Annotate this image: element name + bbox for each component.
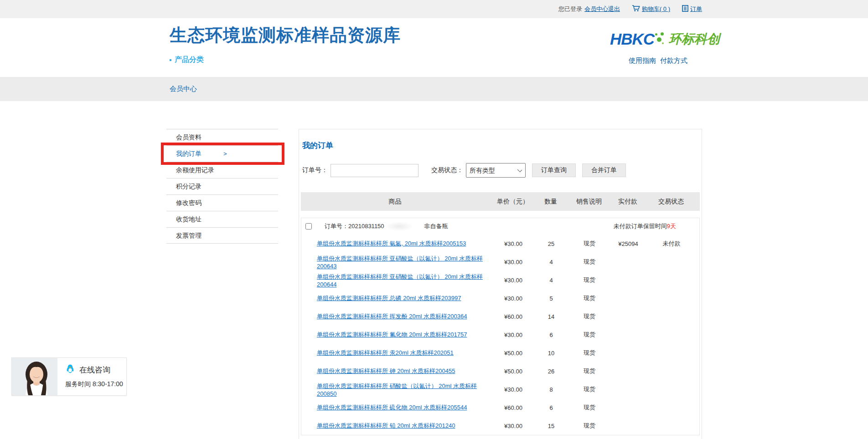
table-header-row: 商品 单价（元） 数量 销售说明 实付款 交易状态 bbox=[301, 192, 700, 211]
orders-link[interactable]: 订单 bbox=[690, 5, 702, 13]
merge-orders-button[interactable]: 合并订单 bbox=[582, 163, 626, 177]
product-link[interactable]: 单组份水质监测标样标样所 总磷 20ml 水质标样203997 bbox=[317, 295, 461, 301]
table-row: 单组份水质监测标样标样所 亚硝酸盐（以氮计） 20ml 水质标样200643 ¥… bbox=[301, 253, 699, 271]
sidebar-item[interactable]: 余额使用记录 bbox=[166, 162, 278, 178]
sale-note-cell: 现货 bbox=[565, 294, 614, 302]
order-search-button[interactable]: 订单查询 bbox=[532, 163, 576, 177]
product-link[interactable]: 单组份水质监测标样标样所 硝酸盐（以氮计） 20ml 水质标样200850 bbox=[317, 383, 477, 397]
product-link[interactable]: 单组份水质监测标样标样所 汞20ml 水质标样202051 bbox=[317, 349, 454, 356]
table-row: 单组份水质监测标样标样所 硝酸盐（以氮计） 20ml 水质标样200850 ¥3… bbox=[301, 380, 699, 398]
top-utility-bar: 您已登录 会员中心退出 购物车( 0 ) 订单 bbox=[0, 0, 868, 18]
chat-title: 在线咨询 bbox=[79, 365, 110, 375]
header-side-links: 使用指南 付款方式 bbox=[629, 56, 687, 65]
sale-note-cell: 现货 bbox=[565, 331, 614, 339]
table-row: 单组份水质监测标样标样所 汞20ml 水质标样202051 ¥50.00 10 … bbox=[301, 344, 699, 362]
redacted-blur bbox=[386, 222, 413, 231]
product-link[interactable]: 单组份水质监测标样标样所 挥发酚 20ml 水质标样200364 bbox=[317, 313, 467, 320]
cart-icon bbox=[632, 5, 640, 13]
sidebar-item[interactable]: 修改密码 bbox=[166, 194, 278, 211]
product-link[interactable]: 单组份水质监测标样标样所 亚硝酸盐（以氮计） 20ml 水质标样200643 bbox=[317, 255, 483, 270]
company-logo: HBKC 环标科创 bbox=[610, 30, 720, 48]
col-header-status: 交易状态 bbox=[642, 198, 700, 206]
sidebar-item[interactable]: 积分记录 bbox=[166, 178, 278, 194]
col-header-product: 商品 bbox=[301, 198, 489, 206]
sidebar-item[interactable]: 收货地址 bbox=[166, 211, 278, 227]
online-chat-widget[interactable]: 在线咨询 服务时间 8:30-17:00 bbox=[11, 357, 127, 396]
bottle-note: 非自备瓶 bbox=[424, 222, 448, 230]
price-cell: ¥50.00 bbox=[490, 350, 537, 357]
sale-note-cell: 现货 bbox=[565, 422, 614, 430]
chat-info: 在线咨询 服务时间 8:30-17:00 bbox=[57, 358, 123, 395]
nav-product-category[interactable]: 产品分类 bbox=[170, 55, 204, 65]
table-row: 单组份水质监测标样标样所 挥发酚 20ml 水质标样200364 ¥60.00 … bbox=[301, 307, 699, 326]
order-no-input[interactable] bbox=[331, 164, 418, 177]
breadcrumb[interactable]: 会员中心 bbox=[170, 85, 197, 93]
breadcrumb-band: 会员中心 bbox=[0, 77, 868, 101]
product-link[interactable]: 单组份水质监测标样标样所 氨氮, 20ml 水质标样2005153 bbox=[317, 240, 466, 247]
qty-cell: 8 bbox=[537, 386, 565, 393]
product-link[interactable]: 单组份水质监测标样标样所 砷 20ml 水质标样200455 bbox=[317, 368, 455, 374]
order-select-checkbox[interactable] bbox=[305, 223, 312, 230]
qty-cell: 25 bbox=[537, 240, 565, 247]
col-header-qty: 数量 bbox=[537, 198, 565, 206]
sidebar-item-label: 我的订单 bbox=[176, 150, 202, 157]
logo-dots-icon bbox=[654, 31, 666, 47]
sale-note-cell: 现货 bbox=[565, 276, 614, 284]
sale-note-cell: 现货 bbox=[565, 385, 614, 393]
member-center-link[interactable]: 会员中心 bbox=[584, 5, 608, 13]
payment-method-link[interactable]: 付款方式 bbox=[660, 56, 687, 65]
qty-cell: 10 bbox=[537, 350, 565, 357]
chat-hours: 服务时间 8:30-17:00 bbox=[65, 380, 123, 388]
logo-cn-text: 环标科创 bbox=[669, 31, 720, 48]
chevron-right-icon: > bbox=[223, 150, 227, 157]
sidebar-item-label: 会员资料 bbox=[176, 133, 202, 141]
table-row: 单组份水质监测标样标样所 砷 20ml 水质标样200455 ¥50.00 26… bbox=[301, 362, 699, 380]
sale-note-cell: 现货 bbox=[565, 240, 614, 248]
sale-note-cell: 现货 bbox=[565, 349, 614, 357]
price-cell: ¥30.00 bbox=[490, 277, 537, 284]
price-cell: ¥30.00 bbox=[490, 423, 537, 429]
sidebar-item[interactable]: 会员资料 bbox=[166, 129, 278, 145]
page-title: 我的订单 bbox=[302, 140, 700, 151]
qty-cell: 4 bbox=[537, 259, 565, 265]
status-cell: 未付款 bbox=[643, 240, 700, 248]
bullet-icon bbox=[170, 59, 171, 61]
main-nav: 产品分类 bbox=[170, 55, 361, 65]
price-cell: ¥30.00 bbox=[490, 386, 537, 393]
qty-cell: 14 bbox=[537, 313, 565, 320]
sidebar-item-label: 余额使用记录 bbox=[176, 166, 214, 174]
paid-cell: ¥25094 bbox=[614, 240, 643, 247]
table-row: 单组份水质监测标样标样所 铅 20ml 水质标样201240 ¥30.00 15… bbox=[301, 417, 699, 435]
col-header-paid: 实付款 bbox=[613, 198, 642, 206]
sale-note-cell: 现货 bbox=[565, 367, 614, 375]
price-cell: ¥30.00 bbox=[490, 295, 537, 302]
sidebar-item[interactable]: 我的订单> bbox=[166, 145, 278, 162]
order-header-row: 订单号：20210831150 非自备瓶 未付款订单保留时间9天 bbox=[301, 218, 699, 235]
col-header-sale-note: 销售说明 bbox=[565, 198, 613, 206]
product-link[interactable]: 单组份水质监测标样标样所 铅 20ml 水质标样201240 bbox=[317, 422, 455, 429]
status-select[interactable]: 所有类型 bbox=[466, 163, 526, 178]
orders-panel: 我的订单 订单号： 交易状态： 所有类型 订单查询 合并订单 商品 单价（元） … bbox=[299, 129, 702, 439]
qty-cell: 26 bbox=[537, 368, 565, 375]
logo-hbkc-text: HBKC bbox=[610, 30, 654, 48]
cart-link[interactable]: 购物车( 0 ) bbox=[642, 5, 670, 13]
table-row: 单组份水质监测标样标样所 氨氮, 20ml 水质标样2005153 ¥30.00… bbox=[301, 235, 699, 253]
product-link[interactable]: 单组份水质监测标样标样所 亚硝酸盐（以氮计） 20ml 水质标样200644 bbox=[317, 273, 483, 288]
sidebar-item-label: 积分记录 bbox=[176, 183, 202, 190]
sale-note-cell: 现货 bbox=[565, 312, 614, 321]
table-row: 单组份水质监测标样标样所 总磷 20ml 水质标样203997 ¥30.00 5… bbox=[301, 289, 699, 307]
site-header: 生态环境监测标准样品资源库 HBKC 环标科创 产品分类 使用指南 付款方式 bbox=[0, 18, 868, 77]
table-row: 单组份水质监测标样标样所 氟化物 20ml 水质标样201757 ¥30.00 … bbox=[301, 326, 699, 344]
table-row: 单组份水质监测标样标样所 亚硝酸盐（以氮计） 20ml 水质标样200644 ¥… bbox=[301, 271, 699, 289]
logout-link[interactable]: 退出 bbox=[608, 5, 620, 13]
member-sidebar: 会员资料 我的订单> 余额使用记录 积分记录 修改密码 收货地址 发票管理 bbox=[166, 129, 278, 244]
price-cell: ¥30.00 bbox=[490, 259, 537, 265]
order-no-text: 订单号：20210831150 bbox=[325, 222, 384, 230]
sidebar-item[interactable]: 发票管理 bbox=[166, 227, 278, 244]
guide-link[interactable]: 使用指南 bbox=[629, 56, 656, 65]
product-link[interactable]: 单组份水质监测标样标样所 氟化物 20ml 水质标样201757 bbox=[317, 331, 467, 338]
price-cell: ¥60.00 bbox=[490, 313, 537, 320]
table-row: 单组份水质监测标样标样所 硫化物 20ml 水质标样205544 ¥60.00 … bbox=[301, 398, 699, 417]
product-link[interactable]: 单组份水质监测标样标样所 硫化物 20ml 水质标样205544 bbox=[317, 404, 467, 411]
sidebar-item-label: 修改密码 bbox=[176, 199, 202, 206]
